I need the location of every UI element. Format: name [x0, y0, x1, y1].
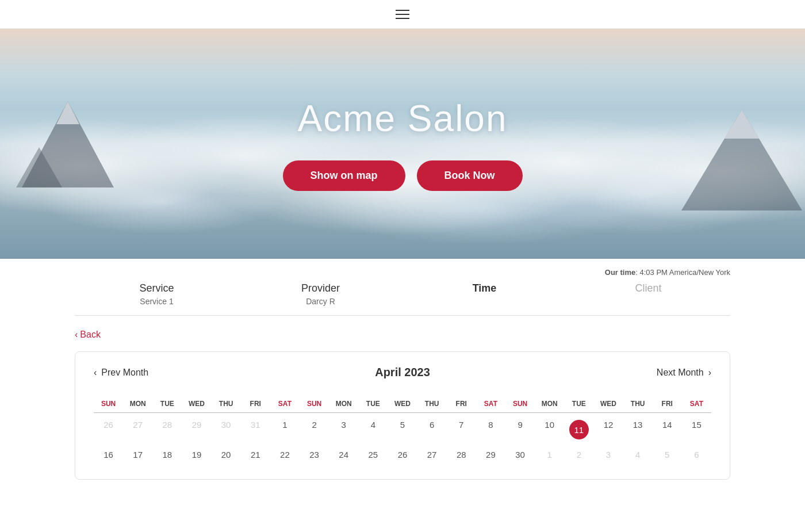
- back-label: Back: [80, 330, 101, 340]
- step-time: Time: [402, 282, 566, 306]
- hero-title: Acme Salon: [297, 97, 507, 140]
- dow-sun1: SUN: [94, 397, 123, 413]
- dow-wed3: WED: [593, 397, 623, 413]
- prev-month-button[interactable]: ‹ Prev Month: [94, 368, 148, 378]
- hero-section: Acme Salon Show on map Book Now: [0, 29, 805, 259]
- date-cell[interactable]: 25: [358, 445, 388, 464]
- dow-mon2: MON: [329, 397, 358, 413]
- dow-wed2: WED: [388, 397, 417, 413]
- date-cell[interactable]: 9: [505, 415, 535, 444]
- date-cell[interactable]: 28: [152, 415, 182, 444]
- date-cell[interactable]: 3: [593, 445, 623, 464]
- prev-month-label: Prev Month: [101, 368, 148, 378]
- hero-buttons: Show on map Book Now: [283, 160, 523, 191]
- date-cell[interactable]: 24: [329, 445, 358, 464]
- date-cell[interactable]: 31: [241, 415, 270, 444]
- date-cell[interactable]: 17: [123, 445, 152, 464]
- mountain-left: [16, 95, 120, 190]
- dates-row-1: 262728293031123456789101112131415: [94, 415, 711, 444]
- prev-chevron-icon: ‹: [94, 368, 97, 378]
- date-cell[interactable]: 22: [270, 445, 300, 464]
- next-month-label: Next Month: [657, 368, 704, 378]
- step-provider-label: Provider: [239, 282, 402, 294]
- date-cell[interactable]: 3: [329, 415, 358, 444]
- date-cell[interactable]: 4: [623, 445, 653, 464]
- dow-mon3: MON: [535, 397, 564, 413]
- next-month-button[interactable]: Next Month ›: [657, 368, 711, 378]
- date-cell[interactable]: 12: [593, 415, 623, 444]
- dow-fri2: FRI: [447, 397, 476, 413]
- dow-mon1: MON: [123, 397, 152, 413]
- steps-bar: Service Service 1 Provider Darcy R Time …: [75, 282, 730, 316]
- time-info: Our time: 4:03 PM America/New York: [75, 259, 730, 282]
- date-cell[interactable]: 2: [564, 445, 593, 464]
- date-cell[interactable]: 4: [358, 415, 388, 444]
- step-service-value: Service 1: [75, 297, 239, 306]
- mountain-right: [678, 107, 805, 213]
- date-cell[interactable]: 15: [682, 415, 711, 444]
- date-cell[interactable]: 14: [653, 415, 682, 444]
- date-cell[interactable]: 30: [505, 445, 535, 464]
- hamburger-menu[interactable]: [396, 10, 409, 19]
- show-on-map-button[interactable]: Show on map: [283, 160, 405, 191]
- date-cell[interactable]: 29: [476, 445, 505, 464]
- date-cell[interactable]: 27: [417, 445, 447, 464]
- dow-thu3: THU: [623, 397, 653, 413]
- date-cell[interactable]: 20: [212, 445, 241, 464]
- date-cell[interactable]: 6: [417, 415, 447, 444]
- dow-sat2: SAT: [476, 397, 505, 413]
- date-cell[interactable]: 2: [300, 415, 329, 444]
- date-cell[interactable]: 16: [94, 445, 123, 464]
- date-cell[interactable]: 10: [535, 415, 564, 444]
- svg-marker-4: [724, 110, 759, 139]
- step-client: Client: [566, 282, 730, 306]
- navbar: [0, 0, 805, 29]
- back-button[interactable]: ‹ Back: [75, 330, 101, 340]
- next-chevron-icon: ›: [708, 368, 711, 378]
- date-cell[interactable]: 13: [623, 415, 653, 444]
- date-cell[interactable]: 1: [535, 445, 564, 464]
- date-cell[interactable]: 30: [212, 415, 241, 444]
- our-time-value: 4:03 PM America/New York: [639, 268, 730, 277]
- dow-tue3: TUE: [564, 397, 593, 413]
- date-cell[interactable]: 26: [388, 445, 417, 464]
- booking-section: Our time: 4:03 PM America/New York Servi…: [0, 259, 805, 480]
- date-cell[interactable]: 11: [564, 415, 593, 444]
- days-of-week-row: SUN MON TUE WED THU FRI SAT SUN MON TUE …: [94, 397, 711, 413]
- date-cell[interactable]: 29: [182, 415, 211, 444]
- dow-sun3: SUN: [505, 397, 535, 413]
- dow-sat1: SAT: [270, 397, 300, 413]
- dates-row-2: 161718192021222324252627282930123456: [94, 445, 711, 464]
- dow-tue1: TUE: [152, 397, 182, 413]
- step-provider: Provider Darcy R: [239, 282, 402, 306]
- back-chevron-icon: ‹: [75, 330, 78, 340]
- step-client-label: Client: [566, 282, 730, 294]
- date-cell[interactable]: 23: [300, 445, 329, 464]
- book-now-button[interactable]: Book Now: [417, 160, 523, 191]
- date-cell[interactable]: 6: [682, 445, 711, 464]
- date-cell[interactable]: 1: [270, 415, 300, 444]
- dow-fri1: FRI: [241, 397, 270, 413]
- date-cell[interactable]: 5: [653, 445, 682, 464]
- calendar-container: ‹ Prev Month April 2023 Next Month › SUN…: [75, 351, 730, 480]
- calendar-header: ‹ Prev Month April 2023 Next Month ›: [94, 366, 711, 379]
- step-time-label: Time: [402, 282, 566, 294]
- date-cell[interactable]: 26: [94, 415, 123, 444]
- date-cell[interactable]: 27: [123, 415, 152, 444]
- dow-thu1: THU: [212, 397, 241, 413]
- date-cell[interactable]: 5: [388, 415, 417, 444]
- dow-thu2: THU: [417, 397, 447, 413]
- dow-sun2: SUN: [300, 397, 329, 413]
- step-service-label: Service: [75, 282, 239, 294]
- our-time-label: Our time: [605, 268, 635, 277]
- date-cell[interactable]: 28: [447, 445, 476, 464]
- dow-fri3: FRI: [653, 397, 682, 413]
- date-cell[interactable]: 19: [182, 445, 211, 464]
- date-cell[interactable]: 18: [152, 445, 182, 464]
- calendar-month-title: April 2023: [375, 366, 430, 379]
- step-service: Service Service 1: [75, 282, 239, 306]
- date-cell[interactable]: 21: [241, 445, 270, 464]
- date-cell[interactable]: 7: [447, 415, 476, 444]
- step-provider-value: Darcy R: [239, 297, 402, 306]
- date-cell[interactable]: 8: [476, 415, 505, 444]
